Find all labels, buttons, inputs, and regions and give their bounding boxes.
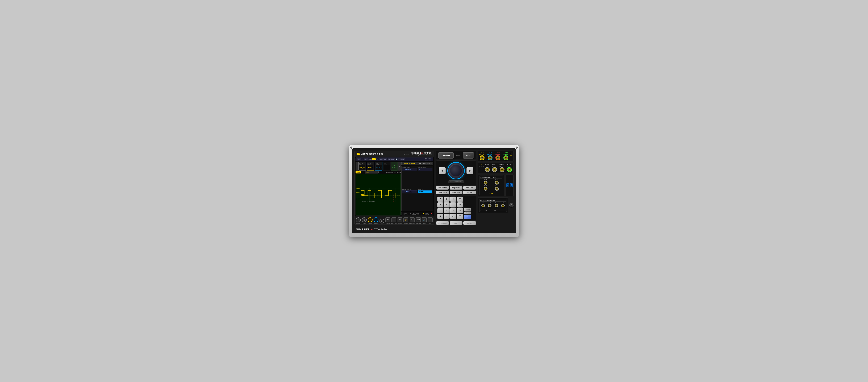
change-form-btn[interactable]: 〜	[410, 217, 414, 222]
num-1[interactable]: 1	[437, 208, 443, 213]
unit-tp[interactable]: T/p F	[457, 197, 463, 202]
waveform-select[interactable]: PAM	[365, 171, 379, 173]
offset-btn[interactable]: OFFSET / V LOW	[436, 190, 449, 194]
length-label: Length [N]	[418, 189, 432, 190]
settings-hw-btn[interactable]: SETTINGS	[463, 190, 476, 194]
trigger-circle-btn[interactable]: ⊙	[362, 217, 367, 222]
m-icon-group[interactable]: M	[379, 218, 384, 224]
trig-warning-group: △ 50Ω: 3.5VRMS MAX · 1kΩ: 10VRMS MAX	[480, 208, 506, 211]
num-7[interactable]: 7	[437, 197, 443, 202]
channel-sel-btn[interactable]: CHANNEL SEL.	[436, 221, 449, 225]
end-btn[interactable]: End	[364, 158, 368, 160]
waveform-mini-3	[376, 165, 381, 170]
bksp-btn[interactable]: Bksp	[464, 211, 471, 214]
screen-content[interactable]: First ▷ End Goto 1 📎 Add Prev. Add Next …	[355, 157, 434, 216]
marker-grid: Out 1 Out 2 Out 3	[480, 179, 502, 190]
more-btn[interactable]: ···	[428, 217, 433, 222]
num-2[interactable]: 2	[444, 208, 450, 213]
length-value[interactable]: 16384	[418, 190, 432, 194]
keyboard-btn[interactable]: ⌨	[416, 217, 421, 222]
default-hw-btn[interactable]: DEFAULT	[463, 221, 476, 225]
svg-rect-3	[384, 166, 390, 169]
m-btn[interactable]: M	[379, 218, 384, 224]
remove-btn[interactable]: Remove	[398, 158, 405, 160]
num-3[interactable]: 3	[450, 208, 456, 213]
wave-list-btn[interactable]: ↑	[392, 217, 396, 222]
series-arb: ARB	[355, 228, 361, 231]
run-button[interactable]: RUN	[463, 152, 474, 158]
unit-mu[interactable]: M/μ D	[457, 208, 463, 213]
voltage-high-value[interactable]: 2.000000	[402, 168, 417, 171]
settings-icon-group[interactable]: ⚙ Settings	[385, 217, 390, 224]
main-encoder-knob[interactable]	[447, 162, 465, 179]
ch-badge[interactable]: CH 1	[355, 171, 361, 173]
power-button[interactable]: ⏻	[509, 203, 514, 207]
add-entry-btn[interactable]: + Add Entry	[391, 162, 398, 171]
ch2-btn[interactable]: 2	[374, 217, 378, 222]
num-0[interactable]: 0	[437, 214, 443, 219]
num-plusminus[interactable]: +/−	[450, 214, 456, 219]
ampl-btn[interactable]: AMPL. / V HIGH	[436, 186, 449, 189]
unit-gn[interactable]: G/n E	[457, 202, 463, 207]
change-form-icon-group[interactable]: 〜 ange Form	[409, 217, 415, 224]
entry-1-rep: Rep. 1	[359, 164, 365, 165]
entry-card-4[interactable]: Entry 4 Rep. 1	[383, 162, 391, 171]
ch1-btn[interactable]: 1	[368, 217, 373, 222]
model-title: ARB RIDER >> AWG-7204	[404, 152, 432, 154]
add-next-btn[interactable]: Add Next	[388, 158, 395, 160]
more-icon-group[interactable]: ··· More	[428, 217, 433, 224]
trigger-icon-group[interactable]: ⊙ Trigger	[362, 217, 367, 224]
voltage-low-value[interactable]: -2.500000	[402, 190, 417, 194]
goto-input[interactable]: 1	[372, 158, 376, 160]
nav-left-btn[interactable]: ◀	[439, 167, 446, 174]
touch-screen-btn[interactable]: TOUCH SCREEN OFF	[448, 180, 464, 183]
default-icon-group[interactable]: ↺ Default	[398, 217, 402, 224]
num-6[interactable]: 6	[450, 202, 456, 207]
num-dot[interactable]: .	[444, 214, 450, 219]
add-prev-btn[interactable]: Add Prev.	[379, 158, 387, 160]
remote-btn[interactable]: ⚡	[403, 217, 408, 222]
awg-afg-btn[interactable]: AWG ↔ AFG	[463, 186, 476, 189]
status-bar: Memory Used: 0% Trigger status: Waiting …	[401, 212, 433, 215]
entry-card-3[interactable]: Entry 3 Rep. 1	[375, 162, 382, 171]
run-btn-group: RUN	[463, 152, 474, 158]
time-display: 10:13:00 AM	[425, 158, 432, 159]
usb-port-2[interactable]: SS↹	[510, 183, 513, 187]
ch1-icon-group[interactable]: 1 Output	[368, 217, 373, 224]
keyboard-icon-group[interactable]: ⌨ Keyboard	[416, 217, 421, 224]
num-4[interactable]: 4	[437, 202, 443, 207]
enter-btn[interactable]: Enter	[464, 215, 471, 219]
freq-btn[interactable]: FREQ. / PERIOD	[450, 186, 462, 189]
nav-right-btn[interactable]: ▶	[466, 167, 473, 174]
entry-param-btn[interactable]: Entry Param.	[422, 163, 432, 165]
unit-gn-sub: E	[460, 205, 460, 206]
play-icon-group[interactable]: ▶ Stopped	[356, 217, 361, 224]
repetitions-value[interactable]: 1	[418, 168, 432, 171]
trigger-button[interactable]: TRIGGER	[438, 152, 454, 158]
remote-icon-group[interactable]: ⚡ Remote	[403, 217, 408, 224]
beep-icon-group[interactable]: 🔊 Beep	[422, 217, 427, 224]
settings-btn[interactable]: ⚙	[385, 217, 390, 222]
phase-btn[interactable]: PHASE / DELAY	[450, 190, 462, 194]
screw-tl	[350, 147, 352, 149]
trig-in4-group: In 4	[500, 202, 506, 207]
num-5[interactable]: 5	[444, 202, 450, 207]
default-btn[interactable]: ↺	[398, 217, 402, 222]
marker-out1-label: Out 1	[484, 179, 487, 180]
usb-port-1[interactable]: SS↹	[506, 183, 509, 187]
beep-btn[interactable]: 🔊	[422, 217, 427, 222]
ch2-icon-group[interactable]: 2 Channels	[374, 217, 378, 224]
play-btn[interactable]: ▶	[356, 217, 361, 222]
nav-arrow-left[interactable]: ‹	[355, 162, 358, 171]
first-btn[interactable]: First	[357, 158, 361, 160]
all-off-btn[interactable]: ALL OFF	[450, 221, 462, 225]
marker-out1-group: Out 1	[480, 179, 491, 184]
num-8[interactable]: 8	[444, 197, 450, 202]
nav-arrow-right[interactable]: ›	[398, 162, 401, 171]
num-9[interactable]: 9	[450, 197, 456, 202]
entry-card-1[interactable]: Entry 1 Rep. 1	[359, 162, 366, 171]
wave-list-icon-group[interactable]: ↑ Wave. List	[391, 217, 397, 224]
cancel-btn[interactable]: Cancel	[464, 208, 471, 211]
entry-card-2[interactable]: Entry 2 Rep. 1	[367, 162, 374, 171]
unit-km[interactable]: k/m C	[457, 214, 463, 219]
